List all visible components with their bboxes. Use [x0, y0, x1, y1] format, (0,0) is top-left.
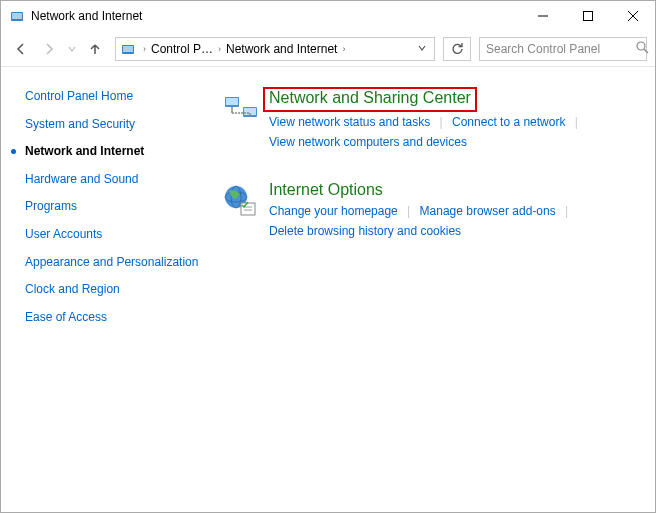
link-separator: |	[565, 204, 568, 218]
up-button[interactable]	[83, 37, 107, 61]
control-panel-icon	[120, 41, 136, 57]
back-button[interactable]	[9, 37, 33, 61]
address-bar[interactable]: › Control P… › Network and Internet ›	[115, 37, 435, 61]
link-connect-network[interactable]: Connect to a network	[452, 115, 565, 129]
category-network-sharing: Network and Sharing Center View network …	[221, 89, 645, 153]
titlebar: Network and Internet	[1, 1, 655, 31]
sidebar-item-clock-region[interactable]: Clock and Region	[25, 282, 201, 298]
window-title: Network and Internet	[31, 9, 520, 23]
sidebar-item-system-security[interactable]: System and Security	[25, 117, 201, 133]
sidebar-item-user-accounts[interactable]: User Accounts	[25, 227, 201, 243]
control-panel-icon	[9, 8, 25, 24]
svg-point-8	[637, 42, 645, 50]
breadcrumb-segment[interactable]: Control P…	[149, 42, 215, 56]
internet-options-icon	[221, 181, 261, 221]
sidebar-item-programs[interactable]: Programs	[25, 199, 201, 215]
chevron-right-icon[interactable]: ›	[339, 44, 348, 54]
link-separator: |	[407, 204, 410, 218]
category-body: Network and Sharing Center View network …	[269, 89, 645, 153]
category-internet-options: Internet Options Change your homepage | …	[221, 181, 645, 242]
sidebar-item-ease-of-access[interactable]: Ease of Access	[25, 310, 201, 326]
sidebar-item-hardware-sound[interactable]: Hardware and Sound	[25, 172, 201, 188]
breadcrumb-segment[interactable]: Network and Internet	[224, 42, 339, 56]
link-view-network-status[interactable]: View network status and tasks	[269, 115, 430, 129]
svg-rect-1	[12, 13, 22, 19]
category-links: Change your homepage | Manage browser ad…	[269, 201, 645, 242]
minimize-button[interactable]	[520, 1, 565, 31]
address-dropdown-button[interactable]	[414, 44, 430, 54]
svg-rect-11	[226, 98, 238, 105]
maximize-button[interactable]	[565, 1, 610, 31]
main-panel: Network and Sharing Center View network …	[211, 67, 655, 512]
recent-locations-dropdown[interactable]	[65, 37, 79, 61]
content-area: Control Panel Home System and Security N…	[1, 67, 655, 512]
link-view-computers-devices[interactable]: View network computers and devices	[269, 135, 467, 149]
svg-rect-20	[241, 203, 255, 215]
link-separator: |	[575, 115, 578, 129]
link-change-homepage[interactable]: Change your homepage	[269, 204, 398, 218]
sidebar: Control Panel Home System and Security N…	[1, 67, 211, 512]
category-body: Internet Options Change your homepage | …	[269, 181, 645, 242]
link-delete-history[interactable]: Delete browsing history and cookies	[269, 224, 461, 238]
sidebar-item-appearance[interactable]: Appearance and Personalization	[25, 255, 201, 271]
svg-rect-7	[123, 46, 133, 52]
refresh-button[interactable]	[443, 37, 471, 61]
category-links: View network status and tasks | Connect …	[269, 112, 645, 153]
navbar: › Control P… › Network and Internet ›	[1, 31, 655, 67]
sidebar-item-network-internet[interactable]: Network and Internet	[25, 144, 201, 160]
link-manage-addons[interactable]: Manage browser add-ons	[420, 204, 556, 218]
category-title-internet-options[interactable]: Internet Options	[269, 181, 645, 199]
search-box[interactable]	[479, 37, 647, 61]
link-separator: |	[440, 115, 443, 129]
highlight-annotation: Network and Sharing Center	[263, 87, 477, 112]
svg-line-9	[644, 49, 648, 53]
close-button[interactable]	[610, 1, 655, 31]
svg-rect-3	[583, 12, 592, 21]
chevron-right-icon[interactable]: ›	[140, 44, 149, 54]
network-sharing-icon	[221, 89, 261, 129]
search-icon[interactable]	[636, 41, 649, 57]
sidebar-item-home[interactable]: Control Panel Home	[25, 89, 201, 105]
category-title-network-sharing[interactable]: Network and Sharing Center	[269, 89, 471, 107]
search-input[interactable]	[486, 42, 636, 56]
window-controls	[520, 1, 655, 31]
forward-button[interactable]	[37, 37, 61, 61]
chevron-right-icon[interactable]: ›	[215, 44, 224, 54]
